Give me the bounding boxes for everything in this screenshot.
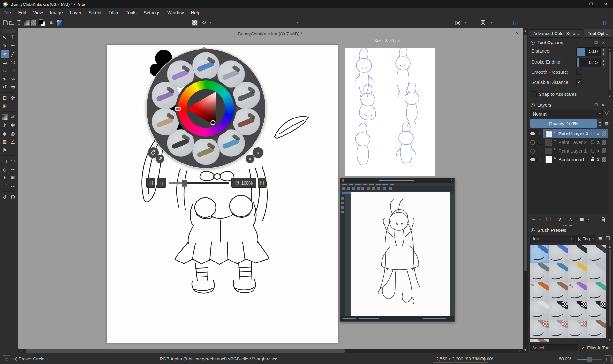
alpha-channel-icon[interactable] (602, 148, 606, 153)
canvas-only-button[interactable]: ▯ (157, 178, 166, 188)
scroll-thumb[interactable] (609, 249, 611, 326)
brush-preset-cell-11[interactable] (568, 282, 587, 301)
tag-filter-combo[interactable]: Ink ▾ (530, 235, 575, 243)
brush-presets-scrollbar[interactable]: ▲ ▼ (608, 245, 612, 342)
docker-lock-icon[interactable] (531, 41, 535, 45)
brush-preset-cell-9[interactable]: ✎ (530, 282, 549, 301)
ellipse-tool[interactable]: ○ (9, 58, 17, 66)
brush-preset-cell-5[interactable] (530, 263, 549, 282)
brush-preset-cell-8[interactable] (587, 263, 606, 282)
layer-checkbox[interactable] (537, 148, 542, 153)
menu-settings[interactable]: Settings (140, 9, 164, 17)
mirror-vertical-caret[interactable]: ▾ (489, 19, 494, 27)
pattern-swatch[interactable] (31, 19, 36, 27)
mirror-vertical-icon[interactable]: ⋈ (480, 18, 487, 27)
layer-opacity-slider[interactable]: Opacity: 100% (530, 119, 597, 128)
lock-icon[interactable] (591, 157, 595, 162)
stroke-spinner[interactable]: ▲▼ (601, 58, 606, 67)
scroll-right-icon[interactable]: ► (518, 349, 522, 353)
menu-select[interactable]: Select (85, 9, 105, 17)
freehand-brush-tool[interactable]: ✑ (1, 50, 9, 58)
docker-lock-icon[interactable] (531, 228, 535, 232)
polygonal-selection-tool[interactable]: ◇ (1, 165, 9, 174)
brush-preset-cell-18[interactable] (549, 320, 568, 338)
pan-tool[interactable] (9, 193, 17, 201)
menu-view[interactable]: View (29, 9, 46, 17)
move-layer-up-button[interactable]: ∧ (567, 215, 574, 224)
brush-preset-cell-6[interactable] (549, 263, 568, 282)
restore-button[interactable]: ❐ (584, 0, 598, 8)
zoom-tool[interactable]: ☌ (1, 193, 9, 201)
multibrush-tool[interactable]: ⇉ (9, 83, 17, 91)
stroke-ending-input[interactable]: 0.15 (576, 58, 601, 67)
brush-preset-cell-2[interactable] (549, 245, 568, 263)
workspace-chooser-icon[interactable]: ◫ (599, 19, 609, 27)
scroll-down-icon[interactable]: ▼ (608, 95, 612, 98)
rotation-reset-button[interactable]: ↺ (156, 155, 164, 163)
tab-tool-options[interactable]: Tool Opt... (584, 29, 612, 38)
layer-filter-funnel-icon[interactable]: ▽ (604, 110, 609, 116)
open-document-icon[interactable] (9, 19, 15, 27)
brush-preset-cell-16[interactable] (587, 301, 606, 320)
brush-preset-chip[interactable] (56, 19, 63, 27)
scroll-thumb[interactable] (609, 52, 611, 90)
minimize-button[interactable]: ─ (569, 0, 584, 8)
brush-preset-cell-17[interactable] (530, 320, 549, 338)
polygon-tool[interactable]: ▱ (1, 66, 9, 75)
alpha-channel-icon[interactable] (602, 140, 606, 145)
float-docker-icon[interactable]: ❐ (594, 103, 598, 107)
snap-to-assistants-checkbox[interactable] (531, 91, 537, 97)
menu-image[interactable]: Image (47, 9, 66, 17)
grid-view-icon[interactable]: ▤ (606, 236, 610, 240)
blend-mode-combo[interactable]: Normal ▾ (530, 110, 603, 118)
zoom-100-button[interactable]: ⊡ 100% (231, 178, 256, 188)
rectangle-tool[interactable]: ▭ (1, 58, 9, 66)
layer-visibility-icon[interactable] (530, 149, 535, 154)
calligraphy-tool[interactable]: ✒ (9, 42, 17, 50)
rectangular-selection-tool[interactable]: ▢ (1, 157, 9, 165)
brush-preset-cell-19[interactable] (568, 320, 587, 338)
close-docker-icon[interactable]: ✕ (602, 41, 605, 45)
move-layer-down-button[interactable]: ∨ (556, 215, 564, 224)
scroll-down-icon[interactable]: ▼ (608, 338, 612, 342)
inherit-alpha-icon[interactable]: ❏ (591, 149, 595, 153)
scroll-up-icon[interactable]: ▲ (523, 29, 528, 33)
save-icon[interactable] (16, 19, 22, 27)
add-layer-button[interactable]: + (530, 215, 537, 224)
canvas-rotation-value[interactable]: 0.00° (483, 356, 494, 361)
crop-tool[interactable]: ⊞ (1, 102, 9, 110)
menu-window[interactable]: Window (164, 9, 187, 17)
toolbox-drag-handle[interactable] (2, 29, 16, 33)
distance-input[interactable]: 50.0 (576, 47, 601, 56)
brush-preset-cell-7[interactable] (568, 263, 587, 282)
duplicate-layer-button[interactable]: ❐ (544, 215, 552, 224)
brush-preset-cell-10[interactable] (549, 282, 568, 301)
layer-row-paint-layer-1[interactable]: ⊿Paint Layer 1❏α (528, 147, 608, 155)
distance-spinner[interactable]: ▲▼ (601, 47, 606, 56)
edit-brush-settings-icon[interactable]: ≋ (49, 19, 55, 27)
mirror-view-button[interactable]: ◫ (146, 178, 155, 188)
layer-visibility-icon[interactable] (530, 140, 535, 145)
measure-tool[interactable]: ∠ (9, 138, 17, 146)
text-tool[interactable]: T (9, 33, 17, 42)
sv-selector[interactable] (211, 121, 215, 125)
alpha-lock-button[interactable] (191, 19, 199, 27)
inherit-alpha-icon[interactable]: ❏ (591, 140, 595, 144)
line-tool[interactable]: ╱ (9, 50, 17, 58)
menu-tools[interactable]: Tools (122, 9, 140, 17)
alpha-lock-icon[interactable]: α (597, 157, 600, 162)
layer-visibility-icon[interactable] (530, 132, 535, 135)
scroll-up-icon[interactable]: ▲ (608, 245, 612, 248)
freehand-path-tool[interactable]: ↝ (9, 75, 17, 83)
move-tool[interactable]: ✜ (9, 94, 17, 102)
zoom-slider-handle[interactable] (587, 357, 592, 362)
more-presets-button[interactable]: › (253, 147, 263, 158)
delete-layer-button[interactable] (599, 215, 607, 224)
bezier-selection-tool[interactable]: ⌒ (1, 182, 9, 190)
tab-advanced-color-selector[interactable]: Advanced Color Sele... (530, 29, 582, 38)
menu-filter[interactable]: Filter (105, 9, 122, 17)
scroll-up-icon[interactable]: ▲ (608, 48, 612, 51)
rotate-canvas-icon[interactable]: ⊕ (475, 356, 479, 361)
contiguous-selection-tool[interactable]: ✶ (1, 174, 9, 182)
color-sampler-tool[interactable]: ✐ (9, 113, 17, 121)
